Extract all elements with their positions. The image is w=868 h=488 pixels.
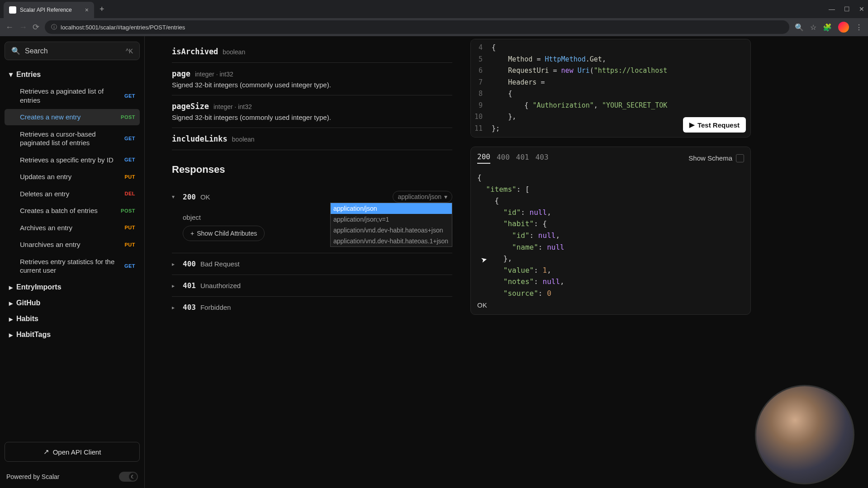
sidebar-section-entryimports[interactable]: ▸ EntryImports bbox=[5, 280, 140, 295]
response-401[interactable]: ▸ 401 Unauthorized bbox=[172, 275, 452, 297]
tab-title: Scalar API Reference bbox=[20, 7, 72, 13]
sidebar-item-label: Archives an entry bbox=[20, 223, 72, 232]
sidebar-item[interactable]: Retrieves entry statistics for the curre… bbox=[5, 254, 140, 279]
sidebar: 🔍 Search ^K ▾ Entries Retrieves a pagina… bbox=[0, 36, 145, 488]
sidebar-item[interactable]: Archives an entryPUT bbox=[5, 220, 140, 236]
response-tab[interactable]: 403 bbox=[536, 153, 549, 163]
content-type-select[interactable]: application/json ▾ bbox=[393, 191, 452, 203]
new-tab-button[interactable]: + bbox=[100, 5, 104, 14]
open-api-client-button[interactable]: ↗ Open API Client bbox=[5, 442, 140, 462]
response-tab[interactable]: 400 bbox=[497, 153, 510, 163]
method-badge: DEL bbox=[121, 191, 136, 196]
chevron-down-icon: ▾ bbox=[444, 193, 447, 200]
response-403[interactable]: ▸ 403 Forbidden bbox=[172, 297, 452, 318]
response-tab[interactable]: 200 bbox=[477, 152, 490, 164]
zoom-icon[interactable]: 🔍 bbox=[795, 23, 804, 32]
chevron-right-icon: ▸ bbox=[172, 304, 178, 311]
response-example-card: 200400401403 Show Schema { "items": [ { … bbox=[470, 147, 751, 315]
param-name: includeLinks bbox=[172, 134, 228, 143]
parameter-row: includeLinksboolean bbox=[172, 128, 452, 150]
sidebar-item[interactable]: Retrieves a paginated list of entriesGET bbox=[5, 83, 140, 108]
chevron-down-icon: ▾ bbox=[9, 70, 13, 79]
param-name: pageSize bbox=[172, 102, 209, 111]
plus-icon: + bbox=[190, 230, 194, 237]
sidebar-item-label: Retrieves a paginated list of entries bbox=[20, 87, 121, 104]
reload-button[interactable]: ⟳ bbox=[33, 22, 39, 32]
favicon-icon bbox=[9, 6, 16, 14]
response-200[interactable]: ▾ 200 OK application/json ▾ application/… bbox=[172, 185, 452, 209]
maximize-icon[interactable]: ☐ bbox=[844, 5, 850, 13]
test-request-button[interactable]: ▶ Test Request bbox=[683, 117, 746, 133]
close-icon[interactable]: × bbox=[85, 6, 89, 14]
search-placeholder: Search bbox=[25, 47, 121, 55]
sidebar-item[interactable]: Retrieves a cursor-based paginated list … bbox=[5, 126, 140, 151]
external-link-icon: ↗ bbox=[43, 448, 49, 456]
main-content: isArchivedbooleanpageinteger · int32Sign… bbox=[172, 36, 452, 479]
show-child-attributes-button[interactable]: + Show Child Attributes bbox=[183, 226, 265, 241]
param-type: boolean bbox=[232, 136, 255, 143]
bookmark-icon[interactable]: ☆ bbox=[810, 23, 816, 32]
chevron-right-icon: ▸ bbox=[172, 283, 178, 289]
profile-avatar[interactable] bbox=[838, 22, 849, 33]
search-kbd: ^K bbox=[126, 47, 133, 55]
param-type: integer · int32 bbox=[195, 71, 233, 78]
sidebar-item[interactable]: Unarchives an entryPUT bbox=[5, 237, 140, 253]
method-badge: POST bbox=[117, 208, 135, 213]
sidebar-section-habittags[interactable]: ▸ HabitTags bbox=[5, 327, 140, 343]
dropdown-option[interactable]: application/json bbox=[331, 203, 452, 214]
method-badge: PUT bbox=[121, 225, 136, 230]
dropdown-option[interactable]: application/json;v=1 bbox=[331, 214, 452, 225]
method-badge: GET bbox=[121, 157, 135, 162]
theme-toggle[interactable]: ☾ bbox=[119, 472, 138, 482]
extensions-icon[interactable]: 🧩 bbox=[823, 23, 832, 32]
sidebar-item[interactable]: Updates an entryPUT bbox=[5, 169, 140, 185]
sidebar-section-github[interactable]: ▸ GitHub bbox=[5, 295, 140, 311]
chevron-right-icon: ▸ bbox=[9, 315, 13, 323]
param-name: page bbox=[172, 69, 190, 78]
parameter-row: isArchivedboolean bbox=[172, 41, 452, 63]
sidebar-item[interactable]: Creates a batch of entriesPOST bbox=[5, 203, 140, 219]
dropdown-option[interactable]: application/vnd.dev-habit.hateoas.1+json bbox=[331, 236, 452, 246]
sidebar-item-label: Retrieves a cursor-based paginated list … bbox=[20, 130, 121, 147]
sidebar-item-label: Retrieves entry statistics for the curre… bbox=[20, 257, 121, 275]
chevron-right-icon: ▸ bbox=[9, 283, 13, 292]
sidebar-item[interactable]: Retrieves a specific entry by IDGET bbox=[5, 152, 140, 168]
sidebar-item-label: Updates an entry bbox=[20, 172, 71, 181]
sidebar-item[interactable]: Creates a new entryPOST bbox=[5, 109, 140, 125]
sidebar-item-label: Unarchives an entry bbox=[20, 240, 80, 249]
sidebar-item[interactable]: Deletes an entryDEL bbox=[5, 186, 140, 202]
code-sample-card: 4567891011 { Method = HttpMethod.Get, Re… bbox=[470, 39, 751, 137]
param-type: integer · int32 bbox=[213, 103, 252, 110]
sidebar-item-label: Creates a new entry bbox=[20, 113, 81, 122]
sidebar-section-habits[interactable]: ▸ Habits bbox=[5, 311, 140, 327]
responses-heading: Responses bbox=[172, 164, 452, 175]
chevron-right-icon: ▸ bbox=[9, 299, 13, 308]
dropdown-option[interactable]: application/vnd.dev-habit.hateoas+json bbox=[331, 225, 452, 236]
url-text: localhost:5001/scalar/#tag/entries/POST/… bbox=[61, 24, 185, 31]
parameter-row: pageSizeinteger · int32Signed 32-bit int… bbox=[172, 95, 452, 128]
sidebar-section-entries[interactable]: ▾ Entries bbox=[5, 66, 140, 82]
show-schema-checkbox[interactable] bbox=[736, 154, 744, 162]
show-schema-label: Show Schema bbox=[688, 154, 732, 162]
forward-button[interactable]: → bbox=[19, 23, 27, 32]
site-info-icon[interactable]: ⓘ bbox=[51, 23, 57, 31]
response-status-label: OK bbox=[471, 296, 750, 314]
param-description: Signed 32-bit integers (commonly used in… bbox=[172, 81, 452, 89]
close-window-icon[interactable]: ✕ bbox=[859, 5, 864, 13]
search-input[interactable]: 🔍 Search ^K bbox=[5, 42, 140, 60]
response-400[interactable]: ▸ 400 Bad Request bbox=[172, 253, 452, 275]
browser-tab[interactable]: Scalar API Reference × bbox=[4, 2, 94, 18]
sidebar-item-label: Retrieves a specific entry by ID bbox=[20, 156, 114, 165]
webcam-overlay bbox=[755, 385, 854, 484]
minimize-icon[interactable]: — bbox=[829, 5, 835, 13]
sidebar-item-label: Deletes an entry bbox=[20, 190, 69, 199]
back-button[interactable]: ← bbox=[5, 23, 14, 32]
chevron-right-icon: ▸ bbox=[9, 331, 13, 339]
play-icon: ▶ bbox=[689, 121, 695, 129]
method-badge: POST bbox=[117, 114, 135, 120]
parameter-row: pageinteger · int32Signed 32-bit integer… bbox=[172, 63, 452, 95]
method-badge: PUT bbox=[121, 242, 136, 247]
response-tab[interactable]: 401 bbox=[516, 153, 529, 163]
menu-icon[interactable]: ⋮ bbox=[855, 23, 863, 32]
url-bar[interactable]: ⓘ localhost:5001/scalar/#tag/entries/POS… bbox=[45, 20, 789, 34]
